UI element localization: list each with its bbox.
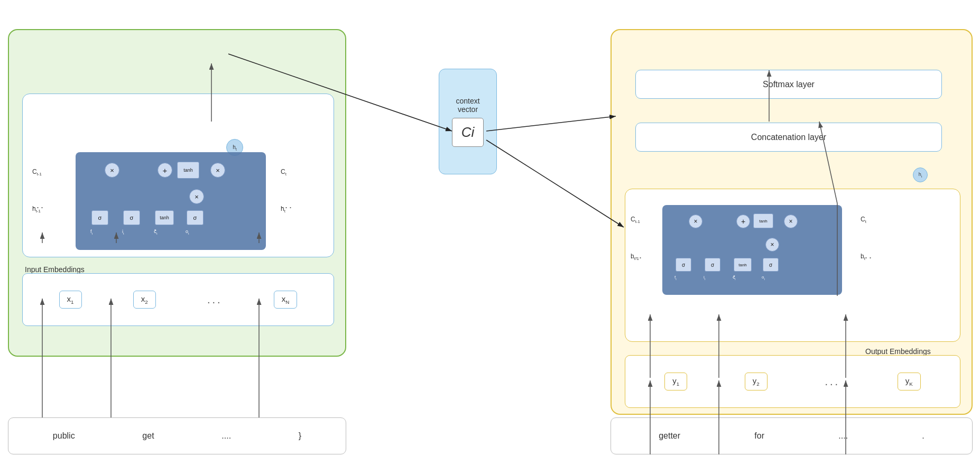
context-vector-box: contextvector Ci — [439, 69, 497, 174]
dec-sigma1: σ — [676, 258, 691, 272]
enc-sigma1: σ — [91, 210, 108, 225]
dec-dots: ... — [631, 250, 643, 261]
embed-token-x1: x1 — [59, 291, 82, 309]
encoder-lstm-cell: × + × × tanh σ σ tanh σ ft it c̃t ot — [76, 152, 266, 250]
enc-ft-label: ft — [90, 229, 93, 235]
dec-mult3: × — [765, 238, 779, 252]
title-box — [13, 13, 98, 29]
dec-sigma3: σ — [763, 258, 779, 272]
dec-sigma2: σ — [705, 258, 720, 272]
decoder-embed-row: y1 y2 ... yK — [625, 355, 960, 408]
dec-cttilde-label: c̃t — [733, 275, 735, 281]
embed-dots-dec: ... — [825, 376, 840, 388]
embed-token-y1: y1 — [664, 373, 687, 390]
dec-ct-label: Ct — [861, 216, 866, 224]
concat-box: Concatenation layer — [635, 123, 942, 152]
source-text-row: public get .... } — [8, 417, 346, 454]
enc-mult1: × — [105, 163, 119, 178]
enc-mult2: × — [210, 163, 225, 178]
ci-box: Ci — [452, 118, 484, 147]
dec-ct1-label: Ct-1 — [631, 216, 640, 224]
tgt-token-for: for — [754, 431, 764, 441]
src-token-public: public — [53, 431, 75, 441]
dec-ft-label: ft — [674, 275, 677, 281]
dec-tanh2: tanh — [734, 258, 752, 272]
dec-plus: + — [736, 215, 750, 228]
concat-label: Concatenation layer — [751, 133, 826, 142]
decoder-output-emb-label: Output Embeddings — [865, 347, 931, 356]
softmax-label: Softmax layer — [763, 80, 815, 89]
decoder-lstm-inner: × + × × tanh σ σ tanh σ ft it c̃t ot — [625, 189, 960, 342]
context-label: contextvector — [456, 97, 479, 114]
enc-mult3: × — [189, 189, 204, 204]
svg-line-14 — [486, 140, 624, 227]
dec-tanh1: tanh — [753, 213, 773, 228]
enc-cttilde-label: c̃t — [154, 229, 158, 235]
svg-line-7 — [486, 116, 616, 131]
encoder-input-emb-label: Input Embeddings — [25, 265, 85, 274]
src-token-dots: .... — [221, 431, 231, 441]
enc-tanh2: tanh — [155, 210, 174, 225]
embed-token-xn: xN — [274, 291, 298, 309]
enc-sigma3: σ — [187, 210, 204, 225]
enc-plus: + — [158, 163, 172, 178]
enc-ct-label: Ct — [281, 168, 286, 176]
diagram-container: LSTM layer Input Embeddings ht × + × × t… — [0, 0, 980, 465]
softmax-box: Softmax layer — [635, 70, 942, 99]
enc-it-label: it — [122, 229, 124, 235]
tgt-token-getter: getter — [659, 431, 680, 441]
encoder-embed-row: x1 x2 ... xN — [22, 273, 334, 326]
dec-mult2: × — [784, 215, 798, 228]
decoder-lstm-cell: × + × × tanh σ σ tanh σ ft it c̃t ot — [662, 205, 842, 295]
dec-ot-label: ot — [762, 275, 765, 281]
enc-tanh1: tanh — [177, 162, 199, 179]
dec-mult1: × — [689, 215, 702, 228]
embed-token-x2: x2 — [133, 291, 156, 309]
embed-token-y2: y2 — [745, 373, 768, 390]
enc-dots-right: ... — [281, 200, 293, 211]
encoder-lstm-inner: ht × + × × tanh σ σ tanh σ ft — [22, 94, 334, 257]
tgt-token-dots: .... — [838, 431, 848, 441]
decoder-outer: Softmax layer Concatenation layer ht LST… — [611, 29, 973, 415]
dec-it-label: it — [704, 275, 705, 281]
decoder-ht-circle: ht — [913, 168, 928, 182]
enc-ct1-label: Ct-1 — [32, 168, 42, 176]
target-text-row: getter for .... . — [611, 417, 973, 454]
embed-dots-enc: ... — [207, 294, 223, 306]
tgt-token-period: . — [922, 431, 924, 441]
dec-dots-right: ... — [861, 250, 873, 261]
enc-dots: ... — [32, 200, 45, 211]
enc-ot-label: ot — [186, 229, 189, 235]
enc-sigma2: σ — [123, 210, 140, 225]
encoder-outer: LSTM layer Input Embeddings ht × + × × t… — [8, 29, 346, 357]
embed-token-yk: yK — [898, 373, 921, 390]
src-token-get: get — [142, 431, 154, 441]
src-token-brace: } — [299, 431, 301, 441]
